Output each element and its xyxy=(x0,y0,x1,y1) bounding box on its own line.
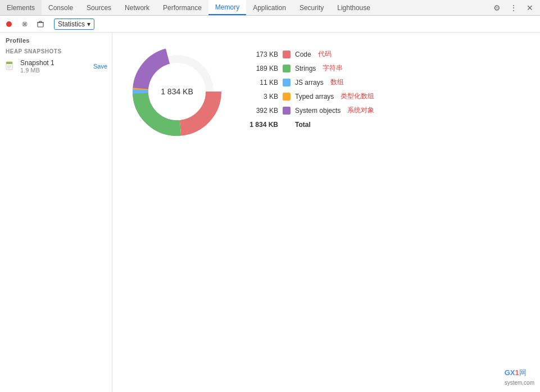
snapshot-name: Snapshot 1 xyxy=(20,59,89,67)
stop-button[interactable] xyxy=(18,17,31,31)
statistics-dropdown[interactable]: Statistics ▾ xyxy=(54,19,94,30)
legend-color-systemobjects xyxy=(283,107,291,115)
snapshot-size: 1.9 MB xyxy=(20,67,89,74)
tab-memory[interactable]: Memory xyxy=(208,0,246,15)
legend-color-typedarrays xyxy=(283,93,291,101)
record-button[interactable] xyxy=(2,17,16,31)
close-icon[interactable]: ✕ xyxy=(524,2,536,13)
legend-row-jsarrays: 11 KB JS arrays 数组 xyxy=(247,78,374,87)
tab-sources[interactable]: Sources xyxy=(80,0,118,15)
legend-size-code: 173 KB xyxy=(247,51,278,58)
tab-console[interactable]: Console xyxy=(42,0,80,15)
donut-chart: 1 834 KB xyxy=(129,44,225,139)
legend-row-typedarrays: 3 KB Typed arrays 类型化数组 xyxy=(247,92,374,101)
sidebar: Profiles HEAP SNAPSHOTS Snapshot 1 1.9 M… xyxy=(0,33,112,392)
legend-color-strings xyxy=(283,65,291,72)
legend-total-row: 1 834 KB Total xyxy=(247,121,374,129)
legend-cn-strings: 字符串 xyxy=(323,63,343,73)
legend-cn-jsarrays: 数组 xyxy=(330,78,344,87)
main-content-area: Profiles HEAP SNAPSHOTS Snapshot 1 1.9 M… xyxy=(0,33,540,392)
devtools-toolbar-icons: ⚙ ⋮ ✕ xyxy=(487,2,540,13)
legend-size-jsarrays: 11 KB xyxy=(247,79,278,86)
legend-row-strings: 189 KB Strings 字符串 xyxy=(247,63,374,73)
legend-name-jsarrays: JS arrays xyxy=(295,79,324,86)
legend-size-systemobjects: 392 KB xyxy=(247,107,278,115)
more-options-icon[interactable]: ⋮ xyxy=(507,2,520,13)
legend-cn-code: 代码 xyxy=(318,49,332,59)
tab-elements[interactable]: Elements xyxy=(0,0,42,15)
legend-size-typedarrays: 3 KB xyxy=(247,93,278,101)
snapshot-save-button[interactable]: Save xyxy=(93,63,107,70)
dropdown-arrow-icon: ▾ xyxy=(87,20,90,28)
heap-snapshots-title: HEAP SNAPSHOTS xyxy=(0,46,112,57)
tab-performance[interactable]: Performance xyxy=(156,0,208,15)
snapshot-info: Snapshot 1 1.9 MB xyxy=(20,59,89,74)
svg-rect-4 xyxy=(38,22,43,27)
legend-name-systemobjects: System objects xyxy=(295,107,341,115)
legend-total-label: Total xyxy=(295,121,311,129)
tab-lighthouse[interactable]: Lighthouse xyxy=(330,0,377,15)
legend-name-strings: Strings xyxy=(295,65,316,72)
legend-name-typedarrays: Typed arrays xyxy=(295,93,334,101)
legend-cn-systemobjects: 系统对象 xyxy=(347,106,374,115)
profiles-section-title: Profiles xyxy=(0,33,112,46)
legend-total-size: 1 834 KB xyxy=(247,121,278,129)
legend-size-strings: 189 KB xyxy=(247,65,278,72)
snapshot-icon xyxy=(4,61,16,72)
legend-cn-typedarrays: 类型化数组 xyxy=(341,92,374,101)
snapshot-item[interactable]: Snapshot 1 1.9 MB Save xyxy=(0,57,112,76)
clear-button[interactable] xyxy=(34,17,47,31)
tab-application[interactable]: Application xyxy=(246,0,293,15)
svg-rect-10 xyxy=(6,62,12,64)
svg-point-0 xyxy=(6,21,12,27)
legend-row-systemobjects: 392 KB System objects 系统对象 xyxy=(247,106,374,115)
watermark: GX1网 system.com xyxy=(505,368,534,386)
tab-network[interactable]: Network xyxy=(118,0,156,15)
legend-table: 173 KB Code 代码 189 KB Strings 字符串 11 KB … xyxy=(247,44,374,129)
donut-center-label: 1 834 KB xyxy=(161,87,193,96)
legend-color-code xyxy=(283,51,291,58)
settings-icon[interactable]: ⚙ xyxy=(491,2,503,13)
tab-security[interactable]: Security xyxy=(293,0,330,15)
devtools-tab-bar: Elements Console Sources Network Perform… xyxy=(0,0,540,16)
statistics-panel: 1 834 KB 173 KB Code 代码 189 KB Strings 字… xyxy=(112,33,540,392)
legend-row-code: 173 KB Code 代码 xyxy=(247,49,374,59)
legend-name-code: Code xyxy=(295,51,311,58)
legend-color-jsarrays xyxy=(283,79,291,86)
memory-toolbar: Statistics ▾ xyxy=(0,16,540,33)
